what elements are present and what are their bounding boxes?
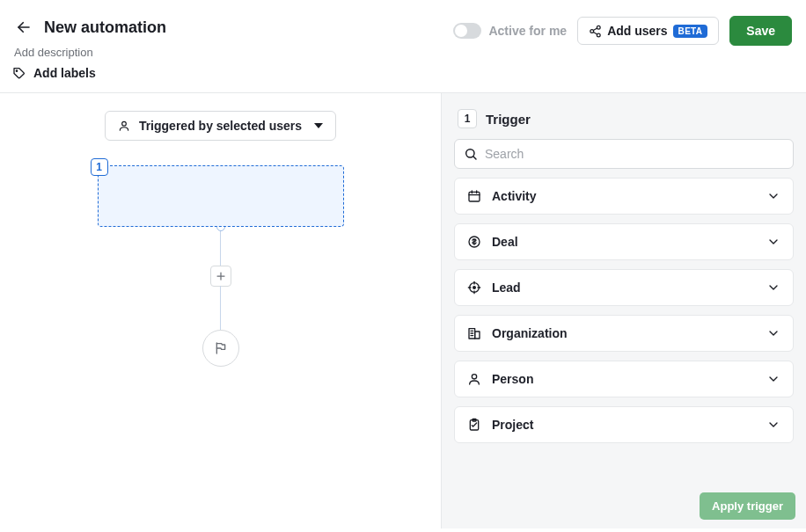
calendar-icon xyxy=(467,189,481,203)
svg-rect-25 xyxy=(475,332,480,339)
svg-line-12 xyxy=(473,157,476,159)
panel-header: 1 Trigger xyxy=(442,93,806,139)
add-users-label: Add users xyxy=(607,24,667,38)
svg-point-19 xyxy=(473,287,476,289)
label-icon xyxy=(12,66,26,80)
svg-rect-13 xyxy=(469,192,480,201)
panel-body: Activity Deal Lead xyxy=(442,139,806,443)
automation-canvas: Triggered by selected users 1 xyxy=(0,93,441,528)
apply-bar: Apply trigger xyxy=(700,492,795,520)
main: Triggered by selected users 1 1 Trigger xyxy=(0,93,806,528)
flag-icon xyxy=(214,341,228,355)
category-activity[interactable]: Activity xyxy=(454,178,794,215)
connector-line xyxy=(220,286,221,330)
header-right: Active for me Add users BETA Save xyxy=(453,16,792,46)
svg-point-7 xyxy=(122,121,127,126)
trigger-panel: 1 Trigger Activity Deal xyxy=(441,93,806,528)
category-person[interactable]: Person xyxy=(454,361,794,397)
canvas-top: Triggered by selected users xyxy=(0,111,441,141)
panel-step-badge: 1 xyxy=(458,109,477,128)
svg-line-6 xyxy=(594,32,597,34)
panel-title: Trigger xyxy=(486,112,531,127)
title-row: New automation xyxy=(12,16,166,39)
triggered-by-label: Triggered by selected users xyxy=(139,119,302,133)
chevron-down-icon xyxy=(766,372,780,386)
person-icon xyxy=(118,120,130,132)
category-label: Deal xyxy=(492,235,518,249)
save-button[interactable]: Save xyxy=(729,16,792,46)
add-users-button[interactable]: Add users BETA xyxy=(577,17,719,45)
search-box[interactable] xyxy=(454,139,794,169)
chevron-down-icon xyxy=(766,235,780,249)
svg-point-1 xyxy=(16,70,17,71)
active-toggle[interactable] xyxy=(453,23,481,39)
category-label: Person xyxy=(492,372,533,386)
chevron-down-icon xyxy=(314,123,323,128)
category-label: Lead xyxy=(492,281,521,295)
end-node xyxy=(202,330,239,367)
connector-line xyxy=(220,231,221,266)
trigger-node[interactable] xyxy=(98,165,344,227)
category-lead[interactable]: Lead xyxy=(454,269,794,306)
category-organization[interactable]: Organization xyxy=(454,315,794,352)
category-project[interactable]: Project xyxy=(454,406,794,443)
back-button[interactable] xyxy=(12,16,35,39)
add-labels-text: Add labels xyxy=(33,66,96,80)
category-label: Organization xyxy=(492,326,568,340)
active-toggle-wrap: Active for me xyxy=(453,23,567,39)
add-description-link[interactable]: Add description xyxy=(12,46,166,59)
category-deal[interactable]: Deal xyxy=(454,223,794,260)
chevron-down-icon xyxy=(766,189,780,203)
building-icon xyxy=(467,326,481,340)
search-input[interactable] xyxy=(485,147,784,161)
add-step-button[interactable] xyxy=(210,266,231,287)
chevron-down-icon xyxy=(766,326,780,340)
apply-trigger-button[interactable]: Apply trigger xyxy=(700,492,795,520)
arrow-left-icon xyxy=(16,19,32,35)
add-labels-link[interactable]: Add labels xyxy=(12,66,166,80)
chevron-down-icon xyxy=(766,281,780,295)
header-left: New automation Add description Add label… xyxy=(12,16,166,80)
flow-graph: 1 xyxy=(0,165,441,367)
plus-icon xyxy=(216,271,226,281)
triggered-by-dropdown[interactable]: Triggered by selected users xyxy=(105,111,336,141)
clipboard-icon xyxy=(467,418,481,432)
chevron-down-icon xyxy=(766,418,780,432)
person-icon xyxy=(467,372,481,386)
svg-point-29 xyxy=(472,375,476,379)
active-toggle-label: Active for me xyxy=(488,24,567,38)
app-header: New automation Add description Add label… xyxy=(0,0,806,93)
dollar-icon xyxy=(467,235,481,249)
target-icon xyxy=(467,281,481,295)
category-label: Project xyxy=(492,418,533,432)
trigger-node-wrapper: 1 xyxy=(98,165,344,227)
svg-line-5 xyxy=(594,28,597,31)
step-badge: 1 xyxy=(91,158,108,176)
search-icon xyxy=(464,147,478,161)
category-label: Activity xyxy=(492,189,537,203)
share-icon xyxy=(589,25,602,38)
page-title[interactable]: New automation xyxy=(44,18,166,37)
beta-badge: BETA xyxy=(673,25,708,38)
